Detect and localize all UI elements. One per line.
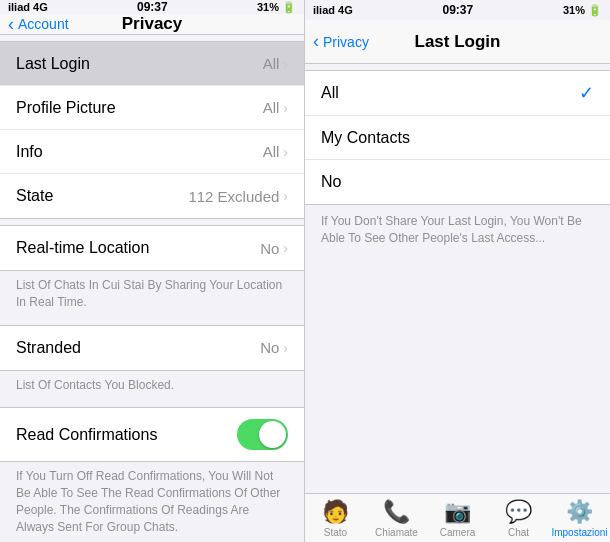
status-bar-right: iliad 4G 09:37 31% 🔋 <box>305 0 610 20</box>
battery-pct-right: 31% <box>563 4 585 16</box>
nav-bar-left: ‹ Account Privacy <box>0 14 304 35</box>
profile-picture-label: Profile Picture <box>16 99 116 117</box>
last-login-value: All › <box>263 55 288 72</box>
battery-left: 31% 🔋 <box>257 1 296 14</box>
battery-icon-left: 🔋 <box>282 1 296 14</box>
state-row[interactable]: State 112 Excluded › <box>0 174 304 218</box>
checkmark-icon: ✓ <box>579 82 594 104</box>
back-label-left: Account <box>18 16 69 32</box>
tab-camera-right[interactable]: 📷 Camera <box>427 499 488 538</box>
chiamate-icon-right: 📞 <box>383 499 410 525</box>
tab-camera-label-right: Camera <box>440 527 476 538</box>
info-value: All › <box>263 143 288 160</box>
blocked-label: Stranded <box>16 339 81 357</box>
time-left: 09:37 <box>137 0 168 14</box>
location-note: List Of Chats In Cui Stai By Sharing You… <box>0 271 304 319</box>
state-label: State <box>16 187 53 205</box>
tab-chiamate-label-right: Chiamate <box>375 527 418 538</box>
carrier-left: iliad 4G <box>8 1 48 13</box>
tab-bar-right: 🧑 Stato 📞 Chiamate 📷 Camera 💬 Chat ⚙️ Im… <box>305 493 610 542</box>
blocked-section: Stranded No › <box>0 325 304 371</box>
left-panel: iliad 4G 09:37 31% 🔋 ‹ Account Privacy L… <box>0 0 305 542</box>
blocked-row[interactable]: Stranded No › <box>0 326 304 370</box>
chat-icon-right: 💬 <box>505 499 532 525</box>
last-login-label: Last Login <box>16 55 90 73</box>
status-bar-left: iliad 4G 09:37 31% 🔋 <box>0 0 304 14</box>
chevron-right-icon: › <box>283 240 288 256</box>
realtime-location-label: Real-time Location <box>16 239 149 257</box>
nav-bar-right: ‹ Privacy Last Login <box>305 20 610 64</box>
realtime-location-row[interactable]: Real-time Location No › <box>0 226 304 270</box>
profile-picture-row[interactable]: Profile Picture All › <box>0 86 304 130</box>
battery-pct-left: 31% <box>257 1 279 13</box>
info-label: Info <box>16 143 43 161</box>
last-login-options: All ✓ My Contacts No <box>305 70 610 205</box>
option-all-label: All <box>321 84 339 102</box>
chevron-right-icon: › <box>283 56 288 72</box>
tab-stato-right[interactable]: 🧑 Stato <box>305 499 366 538</box>
option-no[interactable]: No <box>305 160 610 204</box>
tab-chat-right[interactable]: 💬 Chat <box>488 499 549 538</box>
back-button-left[interactable]: ‹ Account <box>8 14 69 35</box>
right-panel: iliad 4G 09:37 31% 🔋 ‹ Privacy Last Logi… <box>305 0 610 542</box>
tab-chat-label-right: Chat <box>508 527 529 538</box>
chevron-right-icon: › <box>283 100 288 116</box>
tab-stato-label-right: Stato <box>324 527 347 538</box>
carrier-right: iliad 4G <box>313 4 353 16</box>
nav-title-left: Privacy <box>122 14 183 34</box>
toggle-knob <box>259 421 286 448</box>
read-confirmations-label: Read Confirmations <box>16 426 157 444</box>
chevron-right-icon: › <box>283 340 288 356</box>
blocked-value: No › <box>260 339 288 356</box>
tab-chiamate-right[interactable]: 📞 Chiamate <box>366 499 427 538</box>
location-section: Real-time Location No › <box>0 225 304 271</box>
back-chevron-right: ‹ <box>313 31 319 52</box>
option-no-label: No <box>321 173 341 191</box>
time-right: 09:37 <box>443 3 474 17</box>
info-row[interactable]: Info All › <box>0 130 304 174</box>
blocked-note: List Of Contacts You Blocked. <box>0 371 304 402</box>
read-confirmations-section: Read Confirmations <box>0 407 304 462</box>
battery-icon-right: 🔋 <box>588 4 602 17</box>
back-label-right: Privacy <box>323 34 369 50</box>
state-value: 112 Excluded › <box>188 188 288 205</box>
option-my-contacts[interactable]: My Contacts <box>305 116 610 160</box>
read-confirmations-toggle[interactable] <box>237 419 288 450</box>
nav-title-right: Last Login <box>415 32 501 52</box>
tab-impostazioni-right[interactable]: ⚙️ Impostazioni <box>549 499 610 538</box>
chevron-right-icon: › <box>283 188 288 204</box>
back-button-right[interactable]: ‹ Privacy <box>313 31 369 52</box>
read-confirmations-note: If You Turn Off Read Confirmations, You … <box>0 462 304 542</box>
profile-picture-value: All › <box>263 99 288 116</box>
battery-right: 31% 🔋 <box>563 4 602 17</box>
option-my-contacts-label: My Contacts <box>321 129 410 147</box>
privacy-settings-section: Last Login All › Profile Picture All › I… <box>0 41 304 219</box>
chevron-right-icon: › <box>283 144 288 160</box>
option-all[interactable]: All ✓ <box>305 71 610 116</box>
camera-icon-right: 📷 <box>444 499 471 525</box>
last-login-row[interactable]: Last Login All › <box>0 42 304 86</box>
last-login-note: If You Don't Share Your Last Login, You … <box>305 205 610 255</box>
realtime-location-value: No › <box>260 240 288 257</box>
back-chevron-left: ‹ <box>8 14 14 35</box>
read-confirmations-row[interactable]: Read Confirmations <box>0 408 304 461</box>
tab-impostazioni-label-right: Impostazioni <box>551 527 607 538</box>
impostazioni-icon-right: ⚙️ <box>566 499 593 525</box>
stato-icon-right: 🧑 <box>322 499 349 525</box>
